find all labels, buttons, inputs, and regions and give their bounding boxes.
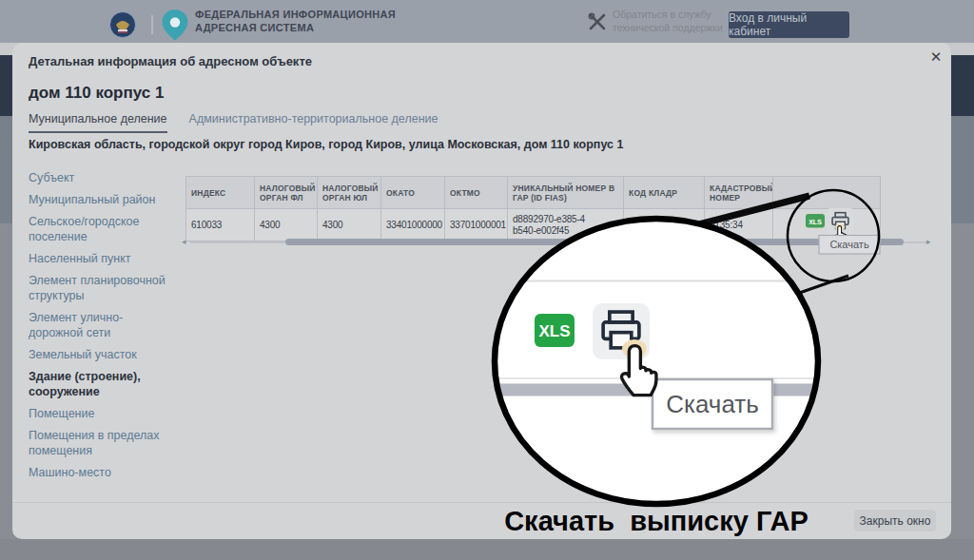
sidebar-item-street[interactable]: Элемент улично-дорожной сети: [29, 310, 175, 340]
sidebar-item-sub-premises[interactable]: Помещения в пределах помещения: [29, 428, 175, 458]
close-window-button[interactable]: Закрыть окно: [854, 510, 936, 531]
object-level-sidebar: Субъект Муниципальный район Сельское/гор…: [29, 170, 175, 487]
sidebar-item-settlement[interactable]: Сельское/городское поселение: [29, 214, 175, 244]
close-icon[interactable]: ✕: [925, 47, 946, 68]
tab-administrative[interactable]: Административно-территориальное деление: [189, 112, 438, 133]
footer-divider: [12, 502, 951, 503]
cell-gar-id: d8892970-e385-4 b540-e002f45: [508, 209, 624, 241]
xls-download-button[interactable]: XLS: [806, 214, 825, 228]
col-okato: ОКАТО: [381, 177, 445, 209]
detail-modal: Детальная информация об адресном объекте…: [12, 43, 951, 539]
brand-title: ФЕДЕРАЛЬНАЯ ИНФОРМАЦИОННАЯ АДРЕСНАЯ СИСТ…: [195, 8, 396, 34]
cell-actions: [773, 209, 881, 241]
tab-municipal[interactable]: Муниципальное деление: [29, 112, 167, 133]
sidebar-item-parking[interactable]: Машино-место: [29, 465, 175, 480]
col-index: ИНДЕКС: [186, 177, 255, 209]
cell-nalog-fl: 4300: [255, 209, 318, 241]
support-tools-icon: [588, 12, 609, 31]
support-link[interactable]: Обратиться в службу технической поддержк…: [613, 9, 723, 34]
full-address: Кировская область, городской округ город…: [29, 138, 885, 151]
cell-oktmo: 33701000001: [445, 209, 508, 241]
col-actions: [773, 177, 881, 209]
col-nalog-ul: НАЛОГОВЫЙ ОРГАН ЮЛ: [318, 177, 381, 209]
sidebar-item-building[interactable]: Здание (строение), сооружение: [29, 369, 175, 399]
magnified-print-button[interactable]: [593, 303, 650, 359]
object-title: дом 110 корпус 1: [29, 84, 164, 103]
scrollbar-thumb[interactable]: [285, 239, 904, 245]
modal-title: Детальная информация об адресном объекте: [29, 54, 312, 68]
col-kladr: КОД КЛАДР: [624, 177, 705, 209]
screenshot-stage: ОКТМО ? 33701000001 ФЕДЕРАЛЬНАЯ ИНФОРМАЦ…: [0, 0, 974, 560]
sidebar-item-planning[interactable]: Элемент планировочной структуры: [29, 273, 175, 303]
table-header-row: ИНДЕКС НАЛОГОВЫЙ ОРГАН ФЛ НАЛОГОВЫЙ ОРГА…: [186, 177, 881, 209]
xls-label: XLS: [808, 219, 822, 225]
table-row: 610033 4300 4300 33401000000 33701000001…: [186, 209, 881, 241]
cell-kladr: [624, 209, 705, 241]
sidebar-item-land[interactable]: Земельный участок: [29, 347, 175, 362]
address-object-table: ИНДЕКС НАЛОГОВЫЙ ОРГАН ФЛ НАЛОГОВЫЙ ОРГА…: [185, 176, 881, 241]
col-cadastre: КАДАСТРОВЫЙ НОМЕР: [705, 177, 773, 209]
login-button[interactable]: Вход в личный кабинет: [729, 11, 849, 38]
magnified-xls-label: XLS: [538, 322, 570, 340]
col-nalog-fl: НАЛОГОВЫЙ ОРГАН ФЛ: [255, 177, 318, 209]
cell-nalog-ul: 4300: [318, 209, 381, 241]
site-header: ФЕДЕРАЛЬНАЯ ИНФОРМАЦИОННАЯ АДРЕСНАЯ СИСТ…: [0, 0, 974, 43]
sidebar-item-subject[interactable]: Субъект: [29, 170, 175, 185]
division-tabs: Муниципальное деление Административно-те…: [29, 112, 438, 133]
sidebar-item-premises[interactable]: Помещение: [29, 406, 175, 421]
scroll-right-button[interactable]: ▸: [926, 238, 931, 246]
header-divider: [151, 15, 153, 34]
magnified-xls-button[interactable]: XLS: [535, 314, 575, 347]
sidebar-item-locality[interactable]: Населенный пункт: [29, 251, 175, 266]
cell-index: 610033: [186, 209, 255, 241]
cell-cadastre: 0135:34: [705, 209, 773, 241]
col-gar-id: УНИКАЛЬНЫЙ НОМЕР В ГАР (ID FIAS): [508, 177, 624, 209]
print-button[interactable]: [828, 208, 854, 234]
fias-pin-icon: [160, 8, 190, 42]
cell-okato: 33401000000: [381, 209, 445, 241]
col-oktmo: ОКТМО: [445, 177, 508, 209]
page-backdrop-bottom: ОКТМО ? 33701000001: [0, 539, 974, 560]
scroll-left-button[interactable]: ◂: [182, 238, 186, 246]
sidebar-item-district[interactable]: Муниципальный район: [29, 192, 175, 207]
annotation-caption: Скачать выписку ГАР: [504, 506, 808, 537]
